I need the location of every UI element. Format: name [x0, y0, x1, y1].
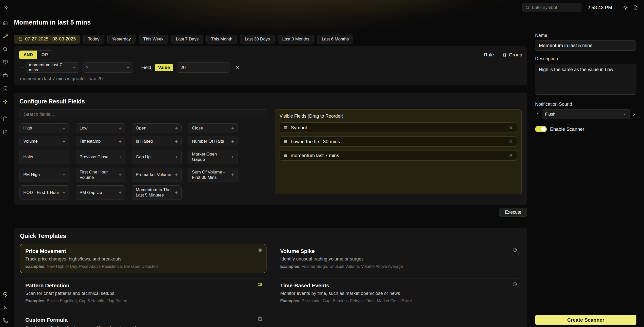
add-field-icon[interactable]: +: [63, 190, 65, 195]
or-button[interactable]: OR: [37, 51, 52, 59]
field-chip-momentum-last-5-minutes[interactable]: Momentum In The Last 5 Minutes+: [132, 185, 182, 200]
add-field-icon[interactable]: +: [231, 155, 234, 159]
field-chip-halts[interactable]: Halts+: [19, 150, 69, 164]
field-chip-low[interactable]: Low+: [76, 123, 125, 133]
user-icon[interactable]: [3, 305, 8, 310]
add-rule-button[interactable]: Rule: [478, 52, 494, 58]
preset-this-month[interactable]: This Month: [206, 35, 237, 43]
field-chip-high[interactable]: High+: [19, 123, 69, 133]
field-chip-timestamp[interactable]: Timestamp+: [76, 137, 125, 146]
field-chip-pm-high[interactable]: PM High+: [19, 168, 69, 182]
add-field-icon[interactable]: +: [175, 126, 178, 131]
template-time-based-events[interactable]: Time-Based Events Monitor events by time…: [275, 278, 521, 307]
chart-board-icon[interactable]: [3, 60, 8, 65]
drag-handle-icon[interactable]: [284, 126, 287, 129]
add-field-icon[interactable]: +: [175, 155, 178, 159]
field-chip-grid: High+ Low+ Open+ Close+ Volume+ Timestam…: [19, 123, 267, 200]
execute-button[interactable]: Execute: [499, 208, 527, 217]
theme-sun-icon[interactable]: [623, 5, 628, 10]
field-chip-premarket-volume[interactable]: Premarket Volume+: [132, 168, 182, 182]
remove-visible-field-icon[interactable]: [509, 125, 513, 130]
file-log-icon[interactable]: [633, 5, 638, 10]
template-custom-formula[interactable]: Custom Formula Combine multiple indicato…: [20, 313, 266, 327]
search-nav-icon[interactable]: [3, 47, 8, 52]
visible-field-row-momentum-last-7-mins[interactable]: momentum last 7 mins: [280, 150, 517, 161]
add-field-icon[interactable]: +: [119, 190, 122, 195]
add-group-button[interactable]: Group: [502, 52, 522, 58]
field-chip-first-one-hour-volume[interactable]: First One Hour Volume+: [76, 168, 125, 182]
preset-today[interactable]: Today: [83, 35, 104, 43]
enable-scanner-toggle[interactable]: [535, 126, 547, 132]
preset-last-7-days[interactable]: Last 7 Days: [171, 35, 203, 43]
symbol-search[interactable]: [522, 3, 581, 12]
sidebar-expand-icon[interactable]: [4, 5, 9, 10]
phone-icon[interactable]: [3, 318, 8, 323]
drag-handle-icon[interactable]: [284, 154, 287, 157]
visible-field-row-low-first-30-mins[interactable]: Low in the first 30 mins: [280, 136, 517, 147]
home-icon[interactable]: [3, 20, 8, 25]
preset-last-6-months[interactable]: Last 6 Months: [317, 35, 353, 43]
add-field-icon[interactable]: +: [175, 172, 178, 177]
fields-search-input[interactable]: [19, 109, 267, 119]
add-field-icon[interactable]: +: [231, 172, 234, 177]
file-icon[interactable]: [3, 116, 8, 121]
field-chip-open[interactable]: Open+: [132, 123, 182, 133]
compare-field-button[interactable]: Field: [140, 65, 153, 70]
add-field-icon[interactable]: +: [63, 126, 65, 131]
configure-result-fields: Configure Result Fields High+ Low+ Open+…: [14, 93, 527, 205]
add-field-icon[interactable]: +: [119, 139, 122, 144]
scanner-description-input[interactable]: High is the same as the value in Low: [535, 64, 636, 95]
field-chip-market-open-gapup[interactable]: Market Open Gapup+: [188, 150, 238, 164]
add-field-icon[interactable]: +: [63, 155, 65, 159]
field-chip-volume[interactable]: Volume+: [19, 137, 69, 146]
rule-field-select[interactable]: momentum last 7 mins: [26, 62, 79, 73]
add-field-icon[interactable]: +: [119, 155, 122, 159]
preset-last-3-months[interactable]: Last 3 Months: [278, 35, 314, 43]
add-field-icon[interactable]: +: [175, 190, 178, 195]
template-volume-spike[interactable]: Volume Spike Identify unusual trading vo…: [275, 244, 521, 273]
and-button[interactable]: AND: [19, 51, 37, 59]
field-chip-sum-of-volume-first-30-mins[interactable]: Sum Of Volume - First 30 Mins+: [188, 168, 238, 182]
template-pattern-detection[interactable]: Pattern Detection Scan for chart pattern…: [20, 278, 266, 307]
field-chip-is-halted[interactable]: Is Halted+: [132, 137, 182, 146]
visible-field-row-symbol[interactable]: Symbol: [280, 122, 517, 133]
sparkles-icon[interactable]: [3, 99, 8, 104]
add-field-icon[interactable]: +: [119, 172, 122, 177]
remove-rule-icon[interactable]: [236, 65, 239, 70]
template-price-movement[interactable]: Price Movement Track price changes, high…: [20, 244, 266, 273]
add-field-icon[interactable]: +: [63, 139, 65, 144]
date-range-button[interactable]: 07-27-2025 - 08-03-2025: [14, 35, 80, 43]
preset-last-30-days[interactable]: Last 30 Days: [240, 35, 274, 43]
rule-operator-select[interactable]: >: [83, 62, 133, 73]
symbol-search-input[interactable]: [532, 5, 578, 10]
field-chip-previous-close[interactable]: Previous Close+: [76, 150, 125, 164]
drag-handle-icon[interactable]: [284, 140, 287, 143]
bookmark-icon[interactable]: [3, 86, 8, 91]
tools-wrench-icon[interactable]: [3, 33, 8, 38]
rule-value-input[interactable]: [177, 62, 230, 73]
preset-yesterday[interactable]: Yesterday: [107, 35, 135, 43]
sound-next-icon[interactable]: [632, 112, 636, 117]
field-chip-number-of-halts[interactable]: Number Of Halts+: [188, 137, 238, 146]
compare-value-button[interactable]: Value: [155, 64, 173, 71]
briefcase-icon[interactable]: [3, 73, 8, 78]
field-chip-pm-gap-up[interactable]: PM Gap Up+: [76, 185, 125, 200]
field-chip-close[interactable]: Close+: [188, 123, 238, 133]
remove-visible-field-icon[interactable]: [509, 139, 513, 144]
sound-select[interactable]: Flush: [542, 109, 630, 119]
notification-sound-label: Notification Sound: [535, 102, 636, 107]
add-field-icon[interactable]: +: [231, 126, 234, 131]
field-chip-hod-first-1-hour[interactable]: HOD - First 1 Hour+: [19, 185, 69, 200]
create-scanner-button[interactable]: Create Scanner: [535, 315, 636, 325]
add-field-icon[interactable]: +: [231, 139, 234, 144]
file-text-icon[interactable]: [3, 129, 8, 135]
add-field-icon[interactable]: +: [63, 172, 65, 177]
preset-this-week[interactable]: This Week: [139, 35, 168, 43]
shield-check-icon[interactable]: [3, 292, 8, 297]
add-field-icon[interactable]: +: [175, 139, 178, 144]
sound-prev-icon[interactable]: [535, 112, 540, 117]
scanner-name-input[interactable]: [535, 40, 636, 51]
field-chip-gap-up[interactable]: Gap Up+: [132, 150, 182, 164]
add-field-icon[interactable]: +: [119, 126, 122, 131]
remove-visible-field-icon[interactable]: [509, 153, 513, 158]
